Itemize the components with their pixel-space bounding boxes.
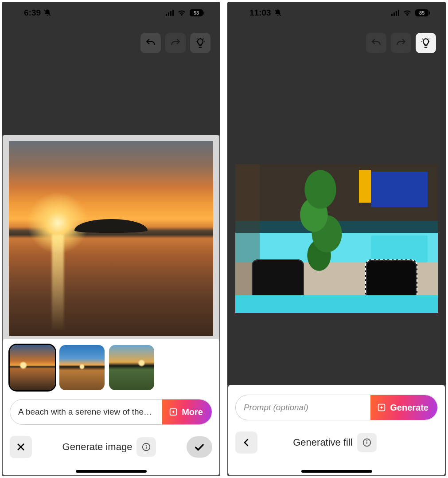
idea-button[interactable]	[190, 33, 210, 53]
left-screenshot: 6:39 53 A beach with a ser	[2, 2, 220, 476]
result-thumbnails	[10, 345, 212, 390]
right-screenshot: 11:03 85 Prompt (option	[227, 2, 446, 476]
info-button[interactable]	[136, 437, 156, 457]
battery-icon: 53	[190, 9, 204, 16]
panel-title: Generate image	[62, 441, 132, 453]
panel-title: Generative fill	[293, 437, 353, 448]
home-indicator[interactable]	[76, 470, 147, 473]
battery-level: 85	[415, 9, 429, 16]
svg-line-4	[197, 39, 197, 39]
undo-button[interactable]	[366, 33, 386, 53]
back-button[interactable]	[235, 431, 257, 454]
generative-fill-panel: Prompt (optional) Generate Generative fi…	[228, 385, 445, 475]
svg-line-5	[203, 39, 204, 39]
svg-line-17	[429, 39, 429, 39]
undo-button[interactable]	[140, 33, 161, 53]
prompt-input[interactable]: A beach with a serene view of the s...	[10, 407, 162, 417]
close-button[interactable]	[10, 436, 32, 458]
editor-toolbar	[2, 24, 220, 62]
status-bar: 11:03 85	[227, 2, 446, 24]
silent-icon	[274, 9, 282, 17]
thumbnail-1[interactable]	[10, 345, 55, 390]
thumbnail-3[interactable]	[109, 345, 154, 390]
svg-point-21	[366, 441, 367, 441]
clock: 11:03	[249, 8, 271, 18]
status-bar: 6:39 53	[2, 2, 220, 24]
svg-line-16	[422, 39, 423, 39]
more-button[interactable]: More	[162, 400, 212, 424]
confirm-button[interactable]	[187, 436, 212, 458]
close-icon	[16, 442, 26, 452]
check-icon	[193, 441, 206, 453]
battery-level: 53	[190, 9, 203, 16]
info-icon	[362, 438, 372, 447]
idea-button[interactable]	[416, 33, 436, 53]
redo-button[interactable]	[391, 33, 411, 53]
generate-label: Generate	[390, 403, 429, 413]
wifi-icon	[403, 10, 412, 16]
clock: 6:39	[24, 8, 41, 18]
cellular-icon	[166, 10, 174, 16]
generate-panel: A beach with a serene view of the s... M…	[3, 339, 219, 475]
more-label: More	[182, 407, 203, 417]
thumbnail-2[interactable]	[59, 345, 105, 390]
source-image[interactable]	[235, 164, 438, 313]
chevron-left-icon	[241, 437, 252, 448]
sparkle-icon	[168, 407, 178, 417]
info-button[interactable]	[357, 433, 377, 452]
wifi-icon	[177, 10, 186, 16]
battery-icon: 85	[415, 9, 430, 16]
svg-point-11	[146, 445, 147, 446]
prompt-input[interactable]: Prompt (optional)	[236, 403, 370, 412]
sparkle-icon	[377, 403, 386, 412]
generate-button[interactable]: Generate	[370, 395, 437, 420]
cellular-icon	[391, 10, 399, 16]
redo-button[interactable]	[165, 33, 186, 53]
editor-toolbar	[227, 24, 446, 62]
generated-image-preview[interactable]	[3, 135, 219, 342]
prompt-pill: Prompt (optional) Generate	[235, 395, 438, 420]
info-icon	[141, 442, 151, 452]
prompt-pill: A beach with a serene view of the s... M…	[10, 399, 212, 425]
home-indicator[interactable]	[301, 470, 372, 473]
silent-icon	[43, 9, 51, 17]
